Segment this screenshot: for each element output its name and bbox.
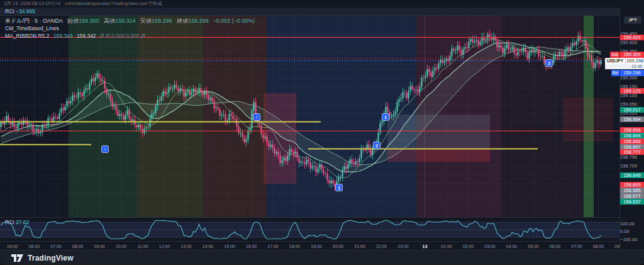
- price-level-label: 158.888: [620, 138, 644, 144]
- chart-marker-badge: 1: [382, 114, 389, 121]
- time-tick: 07:00: [50, 244, 62, 249]
- ask-price-label: Ask 159.309: [610, 52, 644, 58]
- chart-marker-badge: 1: [336, 184, 343, 191]
- time-tick: 10:00: [116, 244, 127, 249]
- last-price-label: USDJPY 159.298 01:45: [605, 58, 644, 69]
- pane-divider[interactable]: [0, 217, 644, 218]
- symbol-legend-row[interactable]: 米ドル/円 · 5 · OANDA 始値159.300 高値159.314 安値…: [5, 18, 255, 25]
- ma-ribbon-extra-values: Ø Ø 0.000 0.000 Ø: [100, 33, 145, 39]
- indicator-timebased-lines[interactable]: CM_TimeBased_Lines: [5, 25, 59, 31]
- rci-label: RCI: [5, 219, 14, 225]
- chart-marker-badge: 2: [546, 60, 553, 67]
- price-tick: 158.700: [620, 163, 643, 169]
- svg-text:2: 2: [548, 60, 550, 66]
- low-value: 159.296: [152, 18, 172, 24]
- bid-price-label: Bid 159.296: [611, 70, 644, 76]
- time-tick: 14:00: [203, 244, 214, 249]
- price-level-label: 158.857: [620, 144, 644, 150]
- rci-tick: 0.00: [620, 228, 643, 234]
- price-level-label: 158.894: [620, 133, 644, 138]
- high-value: 159.314: [115, 18, 136, 24]
- time-tick: 02:00: [463, 244, 474, 249]
- low-label: 安値: [140, 18, 152, 24]
- price-level-label: 158.898: [620, 127, 644, 133]
- chart-marker-badge: ↑: [253, 114, 260, 121]
- price-level-label: 158.645: [620, 172, 644, 178]
- time-tick: 09:00: [94, 244, 105, 249]
- time-tick: 20:00: [333, 244, 344, 249]
- chart-legend: 米ドル/円 · 5 · OANDA 始値159.300 高値159.314 安値…: [5, 18, 255, 40]
- rci-value: 27.62: [16, 219, 29, 225]
- collapsed-rci-pane[interactable]: RCI −34.965: [0, 8, 644, 16]
- price-level-label: 159.125: [620, 88, 644, 94]
- time-tick: 04:00: [506, 244, 518, 249]
- price-tick: 159.400: [620, 40, 643, 45]
- price-level-label: 158.577: [620, 193, 644, 199]
- time-tick: 05:00: [528, 244, 539, 249]
- last-value: 159.298: [626, 58, 644, 64]
- svg-text:1: 1: [384, 115, 387, 120]
- rci-top-label: RCI: [5, 8, 14, 14]
- open-label: 始値: [67, 18, 79, 24]
- time-tick: 22:00: [376, 244, 387, 249]
- ask-tag: Ask: [610, 52, 619, 58]
- time-tick: 11:00: [138, 244, 148, 249]
- symbol-title: 米ドル/円 · 5 · OANDA: [5, 18, 62, 24]
- time-tick: 21:00: [354, 244, 365, 249]
- price-tick: 158.750: [620, 154, 643, 160]
- rci-tick: −100.00: [620, 237, 643, 242]
- price-level-label: 158.777: [620, 149, 644, 155]
- time-tick: 12:00: [159, 244, 170, 249]
- ask-value: 159.309: [620, 52, 644, 58]
- ma-ribbon-value-1: 159.349: [53, 33, 73, 39]
- price-axis[interactable]: JPY 159.450159.400159.350159.200159.1501…: [619, 8, 644, 250]
- main-chart-canvas[interactable]: ↑↑1212: [0, 16, 619, 217]
- attribution-text: 3月 13, 2026 08:13 UTC+9、crimin8doskoipan…: [0, 0, 644, 8]
- time-tick: 19:00: [311, 244, 322, 249]
- ma-ribbon-name: MA_RIBBON R5.2: [5, 33, 49, 39]
- time-tick: 18:00: [289, 244, 301, 249]
- time-tick: 06:00: [550, 244, 561, 249]
- high-label: 高値: [104, 18, 115, 24]
- price-level-label: 159.017: [620, 107, 644, 113]
- tradingview-chart-widget: 3月 13, 2026 08:13 UTC+9、crimin8doskoipan…: [0, 0, 644, 265]
- time-axis[interactable]: 05:0006:0007:0008:0009:0010:0011:0012:00…: [0, 241, 644, 250]
- change-value: −0.002 (−0.00%): [213, 18, 255, 24]
- chart-marker-badge: ↑: [102, 146, 109, 153]
- ma-ribbon-value-2: 159.342: [77, 33, 96, 39]
- rci-tick: 100.00: [620, 221, 643, 227]
- price-level-label: 158.964: [620, 116, 644, 122]
- time-tick: 16:00: [246, 244, 257, 249]
- ma-ribbon-legend-row[interactable]: MA_RIBBON R5.2 159.349 159.342 Ø Ø 0.000…: [5, 33, 255, 40]
- time-tick: 17:00: [267, 244, 279, 249]
- rci-pane-canvas[interactable]: [0, 218, 619, 241]
- tradingview-logo-icon[interactable]: [11, 254, 23, 262]
- rci-top-value: −34.965: [16, 8, 35, 14]
- time-tick: 08:00: [72, 244, 84, 249]
- currency-toggle-jpy[interactable]: JPY: [624, 16, 641, 24]
- footer-bar: TradingView: [0, 250, 644, 265]
- price-level-label: 158.585: [620, 188, 644, 193]
- price-level-label: 159.429: [620, 35, 644, 40]
- time-tick: 01:00: [441, 244, 452, 249]
- close-value: 159.298: [188, 18, 209, 24]
- svg-text:↑: ↑: [104, 147, 106, 152]
- time-tick: 08:00: [593, 244, 604, 249]
- bid-value: 159.296: [620, 70, 644, 76]
- rci-pane-legend[interactable]: RCI 27.62: [5, 219, 29, 225]
- price-tick: 159.050: [620, 101, 643, 107]
- time-tick: 13:00: [180, 244, 192, 249]
- chart-marker-badge: 2: [374, 142, 380, 149]
- time-tick: 13: [422, 244, 427, 249]
- price-level-label: 158.537: [620, 199, 644, 205]
- time-tick: 23:00: [397, 244, 409, 249]
- svg-text:2: 2: [375, 143, 378, 149]
- close-label: 終値: [177, 18, 188, 24]
- tradingview-brand[interactable]: TradingView: [28, 254, 74, 262]
- time-tick: 07:00: [571, 244, 582, 249]
- bid-tag: Bid: [611, 70, 619, 76]
- time-tick: 06:00: [29, 244, 40, 249]
- time-tick: 15:00: [224, 244, 235, 249]
- svg-text:1: 1: [338, 185, 340, 191]
- svg-text:↑: ↑: [255, 115, 258, 120]
